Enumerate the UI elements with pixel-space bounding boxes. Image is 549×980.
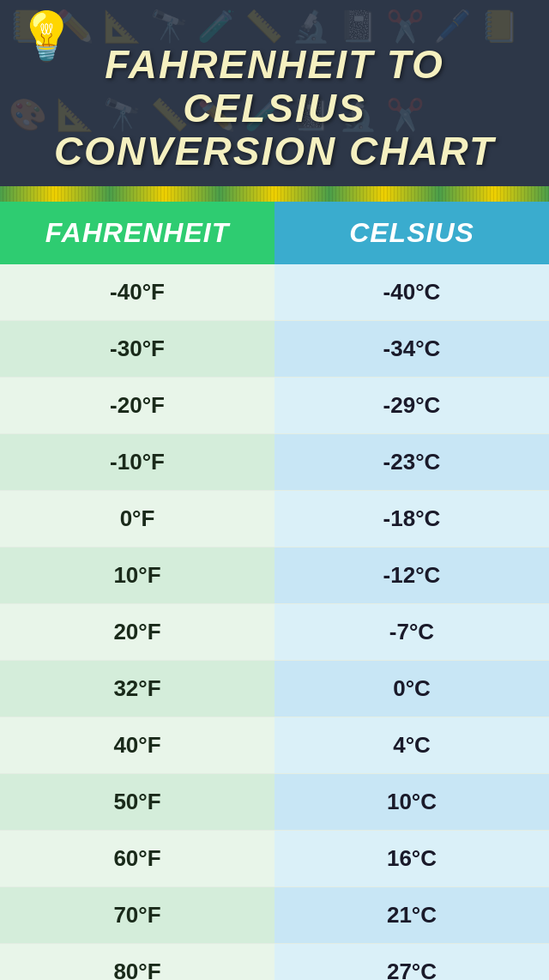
- fahrenheit-cell: 32°F: [0, 661, 274, 717]
- table-body: -40°F-40°C-30°F-34°C-20°F-29°C-10°F-23°C…: [0, 264, 549, 980]
- table-row: 70°F21°C: [0, 887, 549, 944]
- table-row: -40°F-40°C: [0, 264, 549, 321]
- table-header: FAHRENHEIT CELSIUS: [0, 202, 549, 264]
- table-row: 60°F16°C: [0, 831, 549, 887]
- celsius-cell: -40°C: [274, 264, 549, 320]
- header-content: FAHRENHEIT TO CELSIUS CONVERSION CHART: [34, 26, 515, 186]
- table-row: -10°F-23°C: [0, 434, 549, 491]
- fahrenheit-cell: 20°F: [0, 604, 274, 660]
- table-row: -30°F-34°C: [0, 321, 549, 378]
- page-title: FAHRENHEIT TO CELSIUS CONVERSION CHART: [34, 43, 515, 173]
- wavy-divider: [0, 186, 549, 202]
- fahrenheit-cell: -30°F: [0, 321, 274, 377]
- celsius-cell: -7°C: [274, 604, 549, 660]
- fahrenheit-cell: 80°F: [0, 944, 274, 980]
- celsius-cell: 27°C: [274, 944, 549, 980]
- bulb-icon: 💡: [17, 9, 76, 64]
- celsius-cell: -23°C: [274, 434, 549, 490]
- celsius-cell: 4°C: [274, 717, 549, 773]
- celsius-cell: 0°C: [274, 661, 549, 717]
- title-line2: CONVERSION CHART: [34, 130, 515, 173]
- fahrenheit-cell: 40°F: [0, 717, 274, 773]
- table-row: 10°F-12°C: [0, 547, 549, 604]
- title-line1: FAHRENHEIT TO CELSIUS: [34, 43, 515, 130]
- celsius-cell: 10°C: [274, 774, 549, 830]
- header-section: 📒✏️📐🔭 🧪📏🔬📓 ✂️🖊️📒🎨 📐🔭📏✏️ 🧪📓🔬✂️ 💡 FAHRENHE…: [0, 0, 549, 186]
- celsius-cell: 16°C: [274, 831, 549, 886]
- table-row: -20°F-29°C: [0, 378, 549, 434]
- table-row: 32°F0°C: [0, 661, 549, 717]
- celsius-cell: -18°C: [274, 491, 549, 547]
- fahrenheit-cell: 60°F: [0, 831, 274, 886]
- celsius-cell: 21°C: [274, 887, 549, 943]
- table-row: 0°F-18°C: [0, 491, 549, 547]
- fahrenheit-cell: -40°F: [0, 264, 274, 320]
- fahrenheit-cell: -10°F: [0, 434, 274, 490]
- celsius-column-header: CELSIUS: [274, 202, 549, 264]
- fahrenheit-cell: 50°F: [0, 774, 274, 830]
- fahrenheit-cell: 70°F: [0, 887, 274, 943]
- fahrenheit-cell: 0°F: [0, 491, 274, 547]
- table-section: FAHRENHEIT CELSIUS -40°F-40°C-30°F-34°C-…: [0, 202, 549, 980]
- page-wrapper: 📒✏️📐🔭 🧪📏🔬📓 ✂️🖊️📒🎨 📐🔭📏✏️ 🧪📓🔬✂️ 💡 FAHRENHE…: [0, 0, 549, 980]
- table-row: 80°F27°C: [0, 944, 549, 980]
- table-row: 20°F-7°C: [0, 604, 549, 661]
- fahrenheit-cell: -20°F: [0, 378, 274, 433]
- celsius-cell: -29°C: [274, 378, 549, 433]
- celsius-cell: -34°C: [274, 321, 549, 377]
- table-row: 40°F4°C: [0, 717, 549, 774]
- fahrenheit-column-header: FAHRENHEIT: [0, 202, 274, 264]
- fahrenheit-cell: 10°F: [0, 547, 274, 603]
- celsius-cell: -12°C: [274, 547, 549, 603]
- table-row: 50°F10°C: [0, 774, 549, 831]
